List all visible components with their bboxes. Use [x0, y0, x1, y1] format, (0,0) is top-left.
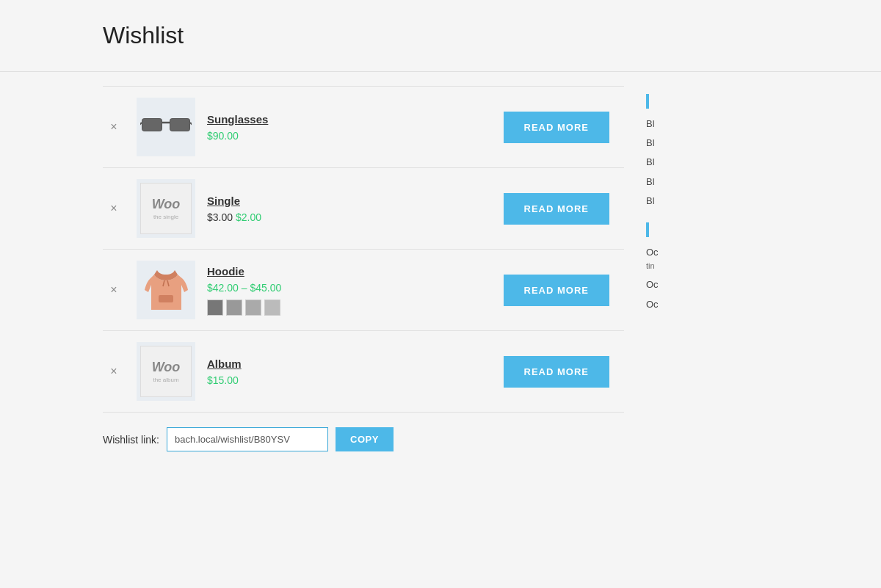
product-name-single[interactable]: Single	[207, 195, 492, 207]
product-price-hoodie: $42.00 – $45.00	[207, 282, 492, 294]
woo-logo-text-2: Woo	[152, 360, 181, 375]
read-more-hoodie-button[interactable]: READ MORE	[504, 275, 609, 306]
wishlist-link-input[interactable]	[167, 427, 328, 451]
svg-rect-5	[142, 119, 162, 131]
remove-album-button[interactable]: ×	[103, 362, 125, 381]
remove-sunglasses-button[interactable]: ×	[103, 117, 125, 137]
wishlist-link-label: Wishlist link:	[103, 434, 159, 446]
color-swatches-hoodie	[207, 300, 492, 316]
page-title: Wishlist	[103, 22, 778, 49]
wishlist-row-sunglasses: × Sunglasses	[103, 86, 624, 168]
product-info-hoodie: Hoodie $42.00 – $45.00	[207, 265, 492, 316]
sidebar-item-1[interactable]: Bl	[646, 117, 778, 131]
sidebar-item-2[interactable]: Bl	[646, 137, 778, 150]
sidebar-item-6[interactable]: Octin	[646, 246, 778, 272]
sidebar: Bl Bl Bl Bl Bl Octin Oc Oc	[646, 87, 778, 459]
read-more-single-button[interactable]: READ MORE	[504, 193, 609, 225]
swatch-1[interactable]	[207, 300, 223, 316]
swatch-2[interactable]	[226, 300, 242, 316]
product-price-single: $3.00 $2.00	[207, 211, 492, 223]
sidebar-item-8[interactable]: Oc	[646, 298, 778, 311]
sidebar-item-3[interactable]: Bl	[646, 156, 778, 169]
sale-price-single: $2.00	[236, 211, 261, 223]
wishlist-area: × Sunglasses	[103, 87, 624, 459]
product-price-album: $15.00	[207, 374, 492, 386]
sunglasses-image	[140, 112, 192, 142]
wishlist-footer: Wishlist link: COPY	[103, 413, 624, 459]
product-name-sunglasses[interactable]: Sunglasses	[207, 113, 492, 126]
product-info-sunglasses: Sunglasses $90.00	[207, 113, 492, 142]
sidebar-accent-bar-1	[646, 94, 649, 109]
wishlist-row-hoodie: × Hoodie $42.00 – $45.00	[103, 249, 624, 331]
svg-line-3	[140, 123, 142, 126]
product-image-single: Woo the single	[137, 179, 195, 238]
svg-rect-6	[170, 119, 189, 131]
product-name-album[interactable]: Album	[207, 357, 492, 370]
svg-rect-7	[159, 295, 173, 302]
product-price-sunglasses: $90.00	[207, 130, 492, 142]
original-price-single: $3.00	[207, 211, 233, 223]
woo-album-subtext: the album	[153, 377, 178, 383]
wishlist-row-single: × Woo the single Single $3.00 $2.00 READ…	[103, 167, 624, 250]
woo-album-image: Woo the album	[140, 346, 192, 397]
sidebar-item-4[interactable]: Bl	[646, 175, 778, 189]
woo-single-image: Woo the single	[140, 183, 192, 234]
woo-single-subtext: the single	[153, 214, 178, 220]
read-more-album-button[interactable]: READ MORE	[504, 356, 609, 388]
copy-button[interactable]: COPY	[336, 427, 394, 451]
wishlist-row-album: × Woo the album Album $15.00 READ MORE	[103, 330, 624, 413]
swatch-3[interactable]	[245, 300, 261, 316]
product-image-hoodie	[137, 261, 195, 319]
swatch-4[interactable]	[264, 300, 280, 316]
remove-hoodie-button[interactable]: ×	[103, 280, 125, 300]
remove-single-button[interactable]: ×	[103, 199, 125, 218]
sidebar-accent-bar-2	[646, 222, 649, 237]
hoodie-image	[142, 264, 190, 316]
sidebar-item-5[interactable]: Bl	[646, 195, 778, 208]
product-image-sunglasses	[137, 98, 195, 156]
woo-logo-text: Woo	[152, 197, 181, 212]
sidebar-item-7[interactable]: Oc	[646, 278, 778, 291]
read-more-sunglasses-button[interactable]: READ MORE	[504, 112, 609, 143]
svg-line-4	[190, 123, 192, 126]
product-info-album: Album $15.00	[207, 357, 492, 386]
product-info-single: Single $3.00 $2.00	[207, 195, 492, 223]
product-name-hoodie[interactable]: Hoodie	[207, 265, 492, 277]
product-image-album: Woo the album	[137, 342, 195, 401]
